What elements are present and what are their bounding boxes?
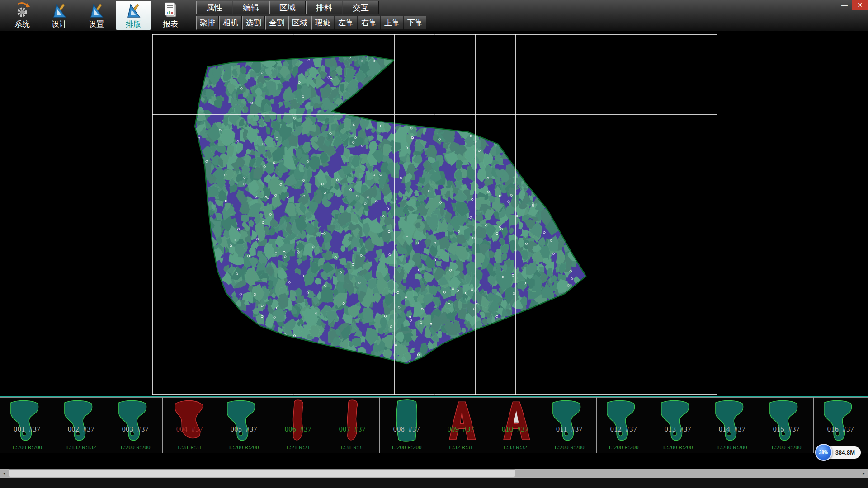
scroll-right-arrow[interactable]: ► <box>860 469 868 478</box>
tool-cluster-nest[interactable]: 聚排 <box>196 16 219 30</box>
menu-properties[interactable]: 属性 <box>196 1 232 14</box>
settings-icon <box>87 2 105 20</box>
close-button[interactable]: ✕ <box>852 0 868 10</box>
scroll-left-arrow[interactable]: ◄ <box>0 469 8 478</box>
system-icon <box>13 2 31 20</box>
piece-shape-icon <box>818 398 863 445</box>
tool-defect[interactable]: 瑕疵 <box>311 16 334 30</box>
menu-edit[interactable]: 编辑 <box>233 1 269 14</box>
piece-id-label: 001_#37 <box>0 425 54 433</box>
piece-lr-count: L:200 R:200 <box>217 444 271 451</box>
app-tab-bar: 系统设计设置排版报表 <box>0 0 189 31</box>
piece-id-label: 011_#37 <box>542 425 596 433</box>
piece-id-label: 002_#37 <box>54 425 108 433</box>
window-bottom-edge <box>0 478 868 488</box>
tool-snap-top[interactable]: 上靠 <box>381 16 403 30</box>
piece-shape-icon <box>59 398 104 445</box>
app-tab-label: 设计 <box>52 20 67 29</box>
piece-lr-count: L:200 R:200 <box>380 444 434 451</box>
piece-thumbnail-007[interactable]: 007_#37L:31 R:31 <box>326 397 380 453</box>
piece-thumbnail-010[interactable]: 010_#37L:33 R:32 <box>488 397 542 453</box>
piece-shape-icon <box>113 398 158 445</box>
piece-thumbnail-006[interactable]: 006_#37L:21 R:21 <box>271 397 326 453</box>
piece-id-label: 005_#37 <box>217 425 271 433</box>
piece-thumbnail-014[interactable]: 014_#37L:200 R:200 <box>705 397 760 453</box>
tool-snap-bottom[interactable]: 下靠 <box>404 16 426 30</box>
piece-thumbnail-003[interactable]: 003_#37L:200 R:200 <box>108 397 163 453</box>
progress-percent-indicator: 38% <box>815 444 832 461</box>
piece-thumbnail-004[interactable]: 004_#37L:31 R:31 <box>163 397 217 453</box>
app-tab-system[interactable]: 系统 <box>5 0 40 31</box>
menu-toolbar-column: 属性编辑区域排料交互 聚排相机选割全割区域瑕疵左靠右靠上靠下靠 <box>196 0 427 31</box>
piece-lr-count: L:200 R:200 <box>108 444 162 451</box>
menu-nest[interactable]: 排料 <box>306 1 342 14</box>
piece-thumbnail-002[interactable]: 002_#37L:132 R:132 <box>54 397 108 453</box>
piece-lr-count: L:132 R:132 <box>54 444 108 451</box>
app-tab-nesting[interactable]: 排版 <box>116 1 151 30</box>
tool-select-cut[interactable]: 选割 <box>242 16 265 30</box>
piece-lr-count: L:32 R:31 <box>434 444 488 451</box>
piece-lr-count: L:33 R:32 <box>488 444 542 451</box>
piece-shape-icon <box>330 398 375 445</box>
piece-id-label: 015_#37 <box>760 425 813 433</box>
piece-thumbnail-009[interactable]: 009_#37L:32 R:31 <box>434 397 488 453</box>
piece-thumbnail-015[interactable]: 015_#37L:200 R:200 <box>760 397 814 453</box>
app-tab-design[interactable]: 设计 <box>42 0 77 31</box>
scrollbar-thumb[interactable] <box>9 469 515 477</box>
piece-id-label: 013_#37 <box>651 425 705 433</box>
tool-cut-all[interactable]: 全割 <box>265 16 288 30</box>
menu-region[interactable]: 区域 <box>269 1 306 14</box>
minimize-button[interactable]: — <box>837 0 852 10</box>
piece-lr-count: L:700 R:700 <box>0 444 54 451</box>
report-icon <box>161 2 179 20</box>
piece-shape-icon <box>439 398 484 445</box>
piece-thumbnail-013[interactable]: 013_#37L:200 R:200 <box>651 397 705 453</box>
tool-snap-left[interactable]: 左靠 <box>335 16 357 30</box>
piece-id-label: 014_#37 <box>705 425 759 433</box>
piece-shape-icon <box>710 398 755 445</box>
piece-id-label: 006_#37 <box>271 425 325 433</box>
piece-id-label: 016_#37 <box>814 425 868 433</box>
piece-thumbnail-005[interactable]: 005_#37L:200 R:200 <box>217 397 271 453</box>
piece-id-label: 008_#37 <box>380 425 434 433</box>
hide-nesting-canvas[interactable] <box>152 34 717 395</box>
menu-interact[interactable]: 交互 <box>343 1 379 14</box>
app-tab-label: 设置 <box>89 20 104 29</box>
piece-lr-count: L:21 R:21 <box>271 444 325 451</box>
piece-lr-count: L:200 R:200 <box>705 444 759 451</box>
pieces-strip: 001_#37L:700 R:700002_#37L:132 R:132003_… <box>0 396 868 453</box>
piece-lr-count: L:200 R:200 <box>597 444 651 451</box>
scrollbar-track[interactable] <box>8 469 860 478</box>
app-tab-report[interactable]: 报表 <box>153 0 188 31</box>
piece-lr-count: L:200 R:200 <box>651 444 705 451</box>
piece-thumbnail-008[interactable]: 008_#37L:200 R:200 <box>380 397 434 453</box>
piece-shape-icon <box>222 398 267 445</box>
piece-shape-icon <box>601 398 646 445</box>
piece-thumbnail-001[interactable]: 001_#37L:700 R:700 <box>0 397 54 453</box>
piece-lr-count: L:31 R:31 <box>163 444 217 451</box>
piece-shape-icon <box>167 398 212 445</box>
piece-shape-icon <box>5 398 50 445</box>
tool-snap-right[interactable]: 右靠 <box>358 16 380 30</box>
tool-region[interactable]: 区域 <box>288 16 311 30</box>
piece-id-label: 007_#37 <box>326 425 379 433</box>
horizontal-scrollbar[interactable]: ◄ ► <box>0 469 868 478</box>
design-icon <box>50 2 68 20</box>
tool-row: 聚排相机选割全割区域瑕疵左靠右靠上靠下靠 <box>196 16 427 31</box>
memory-status-badge: 38% 384.8M <box>815 444 861 461</box>
piece-shape-icon <box>384 398 429 445</box>
workspace-area <box>0 31 868 396</box>
piece-id-label: 009_#37 <box>434 425 488 433</box>
piece-lr-count: L:200 R:200 <box>542 444 596 451</box>
app-tab-settings[interactable]: 设置 <box>79 0 114 31</box>
piece-thumbnail-011[interactable]: 011_#37L:200 R:200 <box>542 397 597 453</box>
piece-shape-icon <box>764 398 809 445</box>
piece-shape-icon <box>656 398 701 445</box>
app-tab-label: 排版 <box>126 20 141 29</box>
piece-thumbnail-012[interactable]: 012_#37L:200 R:200 <box>597 397 651 453</box>
tool-camera[interactable]: 相机 <box>219 16 242 30</box>
piece-shape-icon <box>493 398 538 445</box>
piece-id-label: 003_#37 <box>108 425 162 433</box>
menu-row: 属性编辑区域排料交互 <box>196 0 427 16</box>
piece-shape-icon <box>276 398 321 445</box>
